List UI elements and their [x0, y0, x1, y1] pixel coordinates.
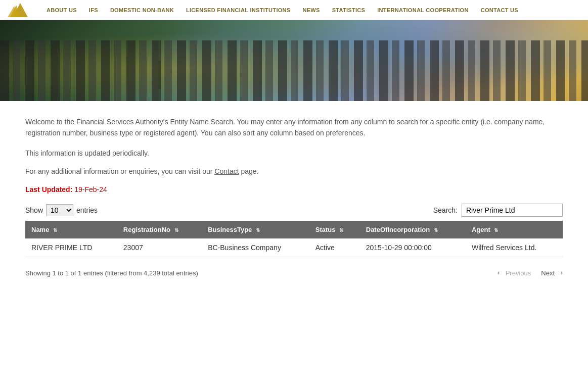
navigation: ABOUT US IFS DOMESTIC NON-BANK LICENSED … — [0, 0, 588, 20]
sort-arrows-doi: ⇅ — [434, 227, 438, 233]
entries-select[interactable]: 10 25 50 100 — [46, 204, 73, 216]
next-arrow-icon: › — [561, 269, 563, 276]
entries-label: entries — [76, 206, 98, 214]
col-agent[interactable]: Agent ⇅ — [466, 221, 563, 238]
col-status[interactable]: Status ⇅ — [309, 221, 360, 238]
nav-item-statistics[interactable]: STATISTICS — [326, 2, 372, 18]
cell-registration-no: 23007 — [117, 238, 202, 257]
col-date-of-incorporation[interactable]: DateOfIncorporation ⇅ — [360, 221, 466, 238]
sort-arrows-regno: ⇅ — [174, 227, 178, 233]
cell-status: Active — [309, 238, 360, 257]
main-content: Welcome to the Financial Services Author… — [0, 101, 588, 293]
logo[interactable] — [5, 1, 35, 19]
sort-arrows-status: ⇅ — [339, 227, 343, 233]
search-label: Search: — [433, 206, 458, 214]
nav-item-international-cooperation[interactable]: INTERNATIONAL COOPERATION — [371, 2, 474, 18]
nav-item-ifs[interactable]: IFS — [83, 2, 104, 18]
pagination: ‹ Previous Next › — [497, 267, 563, 279]
sort-arrows-agent: ⇅ — [494, 227, 498, 233]
show-entries-control: Show 10 25 50 100 entries — [25, 204, 98, 216]
cell-agent: Wilfred Services Ltd. — [466, 238, 563, 257]
table-controls-top: Show 10 25 50 100 entries Search: — [25, 204, 563, 217]
show-label: Show — [25, 206, 43, 214]
previous-button[interactable]: Previous — [502, 267, 535, 279]
table-header-row: Name ⇅ RegistrationNo ⇅ BusinessType ⇅ S… — [25, 221, 563, 238]
contact-link[interactable]: Contact — [214, 167, 239, 175]
nav-menu: ABOUT US IFS DOMESTIC NON-BANK LICENSED … — [40, 2, 524, 18]
last-updated: Last Updated: 19-Feb-24 — [25, 185, 563, 194]
prev-arrow-icon: ‹ — [497, 269, 500, 276]
table-row: RIVER PRIME LTD 23007 BC-Business Compan… — [25, 238, 563, 257]
showing-text: Showing 1 to 1 of 1 entries (filtered fr… — [25, 269, 198, 277]
hero-image — [0, 20, 588, 101]
cell-business-type: BC-Business Company — [202, 238, 309, 257]
nav-item-news[interactable]: NEWS — [296, 2, 326, 18]
nav-item-about-us[interactable]: ABOUT US — [40, 2, 83, 18]
nav-item-domestic-non-bank[interactable]: DOMESTIC NON-BANK — [104, 2, 180, 18]
next-button[interactable]: Next — [537, 267, 559, 279]
intro-paragraph-3: For any additional information or enquir… — [25, 167, 563, 175]
cell-date-of-incorporation: 2015-10-29 00:00:00 — [360, 238, 466, 257]
table-footer: Showing 1 to 1 of 1 entries (filtered fr… — [25, 263, 563, 283]
last-updated-date: 19-Feb-24 — [74, 185, 107, 194]
nav-item-licensed-financial[interactable]: LICENSED FINANCIAL INSTITUTIONS — [180, 2, 297, 18]
col-name[interactable]: Name ⇅ — [25, 221, 117, 238]
col-business-type[interactable]: BusinessType ⇅ — [202, 221, 309, 238]
cell-name: RIVER PRIME LTD — [25, 238, 117, 257]
col-registration-no[interactable]: RegistrationNo ⇅ — [117, 221, 202, 238]
sort-arrows-biztype: ⇅ — [256, 227, 260, 233]
results-table: Name ⇅ RegistrationNo ⇅ BusinessType ⇅ S… — [25, 221, 563, 257]
nav-item-contact-us[interactable]: CONTACT US — [475, 2, 524, 18]
search-input[interactable] — [462, 204, 563, 217]
contact-text-suffix: page. — [239, 167, 259, 175]
contact-text-prefix: For any additional information or enquir… — [25, 167, 214, 175]
sort-arrows-name: ⇅ — [53, 227, 57, 233]
intro-paragraph-2: This information is updated periodically… — [25, 149, 563, 157]
intro-paragraph-1: Welcome to the Financial Services Author… — [25, 116, 563, 139]
last-updated-label: Last Updated: — [25, 185, 72, 194]
search-box: Search: — [433, 204, 563, 217]
